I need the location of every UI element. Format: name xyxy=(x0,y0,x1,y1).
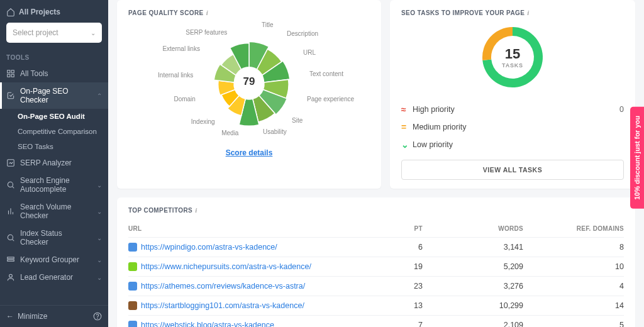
sidebar-item-search-volume-checker[interactable]: Search Volume Checker⌄ xyxy=(0,198,108,224)
competitor-pt: 7 xyxy=(372,321,423,327)
minimize-button[interactable]: ← Minimize xyxy=(6,312,47,321)
view-all-tasks-button[interactable]: VIEW ALL TASKS xyxy=(401,160,624,180)
svg-point-9 xyxy=(9,274,13,277)
priority-row: ⌄Low priority xyxy=(401,136,624,153)
sidebar: All Projects Select project ⌄ TOOLS All … xyxy=(0,0,108,327)
sidebar-item-lead-generator[interactable]: Lead Generator⌄ xyxy=(0,269,108,286)
lead-icon xyxy=(6,273,15,282)
grid-icon xyxy=(6,69,15,78)
competitor-ref: 10 xyxy=(523,262,624,271)
radial-label: Title xyxy=(262,21,274,28)
priority-row: =Medium priority xyxy=(401,118,624,136)
radial-label: Indexing xyxy=(191,118,215,125)
favicon-icon xyxy=(128,301,137,310)
competitor-url-text: https://www.nichepursuits.com/astra-vs-k… xyxy=(141,262,311,271)
sidebar-item-on-page-seo-checker[interactable]: On-Page SEO Checker⌃ xyxy=(0,82,108,109)
tools-heading: TOOLS xyxy=(0,43,108,65)
analyzer-icon xyxy=(6,158,15,167)
info-icon[interactable]: i xyxy=(195,206,197,214)
sidebar-subitem[interactable]: SEO Tasks xyxy=(0,139,108,154)
competitor-words: 10,299 xyxy=(423,301,523,310)
priority-label: High priority xyxy=(413,105,619,114)
radial-label: Description xyxy=(287,30,318,37)
sidebar-item-label: Keyword Grouper xyxy=(20,255,92,264)
tasks-total: 15 xyxy=(502,46,523,62)
competitor-url-link[interactable]: https://wpindigo.com/astra-vs-kadence/ xyxy=(128,243,372,252)
score-details-link[interactable]: Score details xyxy=(226,148,273,157)
radial-label: Text content xyxy=(309,70,343,77)
sidebar-item-serp-analyzer[interactable]: SERP Analyzer xyxy=(0,154,108,172)
all-projects-link[interactable]: All Projects xyxy=(6,6,102,23)
radial-label: SERP features xyxy=(186,29,227,36)
tasks-donut-chart: 15 TASKS xyxy=(478,23,547,92)
sidebar-item-search-engine-autocomplete[interactable]: Search Engine Autocomplete⌄ xyxy=(0,172,108,198)
competitor-ref: 4 xyxy=(523,282,624,291)
competitor-url-text: https://athemes.com/reviews/kadence-vs-a… xyxy=(141,282,305,291)
priority-icon: ⌄ xyxy=(401,140,413,150)
sidebar-item-label: On-Page SEO Checker xyxy=(20,87,92,104)
svg-rect-8 xyxy=(8,260,14,261)
competitor-ref: 5 xyxy=(523,321,624,327)
priority-icon: = xyxy=(401,122,413,132)
competitor-words: 5,209 xyxy=(423,262,523,271)
radial-label: Usability xyxy=(263,128,287,135)
main-content: PAGE QUALITY SCORE i 79 TitleDescription… xyxy=(108,0,644,327)
home-icon xyxy=(6,8,15,16)
quality-title: PAGE QUALITY SCORE xyxy=(128,9,204,16)
competitor-pt: 13 xyxy=(372,301,423,310)
chevron-down-icon: ⌄ xyxy=(91,30,96,36)
sidebar-subitem[interactable]: Competitive Comparison xyxy=(0,124,108,139)
competitor-url-link[interactable]: https://webstick.blog/astra-vs-kadence xyxy=(128,321,372,327)
arrow-left-icon: ← xyxy=(6,312,14,321)
competitor-words: 3,276 xyxy=(423,282,523,291)
discount-tab[interactable]: 10% discount just for you xyxy=(630,107,644,209)
sidebar-subitem[interactable]: On-Page SEO Audit xyxy=(0,109,108,124)
sidebar-item-index-status-checker[interactable]: Index Status Checker⌄ xyxy=(0,224,108,251)
checklist-icon xyxy=(6,91,15,100)
radial-chart: 79 TitleDescriptionURLText contentPage e… xyxy=(174,19,325,145)
competitor-pt: 23 xyxy=(372,282,423,291)
col-url: URL xyxy=(128,225,372,232)
seo-tasks-card: SEO TASKS TO IMPROVE YOUR PAGE i 15 TASK… xyxy=(390,0,635,189)
radial-label: Media xyxy=(221,130,238,136)
sidebar-item-all-tools[interactable]: All Tools xyxy=(0,65,108,82)
project-select-placeholder: Select project xyxy=(13,28,58,37)
info-icon[interactable]: i xyxy=(206,9,208,16)
info-icon[interactable]: i xyxy=(527,9,529,16)
sidebar-item-label: Search Engine Autocomplete xyxy=(20,176,92,194)
sidebar-item-label: All Tools xyxy=(20,69,102,78)
chevron-down-icon: ⌄ xyxy=(97,235,102,241)
chevron-down-icon: ⌄ xyxy=(97,208,102,215)
sidebar-item-keyword-grouper[interactable]: Keyword Grouper⌄ xyxy=(0,251,108,269)
chevron-down-icon: ⌄ xyxy=(97,182,102,189)
table-row: https://webstick.blog/astra-vs-kadence72… xyxy=(128,315,624,327)
chevron-up-icon: ⌃ xyxy=(97,92,102,99)
col-words: WORDS xyxy=(423,225,523,232)
favicon-icon xyxy=(128,321,137,327)
competitor-ref: 8 xyxy=(523,243,624,252)
svg-rect-0 xyxy=(8,70,10,73)
competitor-url-link[interactable]: https://startblogging101.com/astra-vs-ka… xyxy=(128,301,372,310)
col-ref: REF. DOMAINS xyxy=(523,225,624,232)
help-icon[interactable] xyxy=(93,312,102,321)
project-select[interactable]: Select project ⌄ xyxy=(6,23,102,43)
group-icon xyxy=(6,255,15,264)
competitor-url-link[interactable]: https://www.nichepursuits.com/astra-vs-k… xyxy=(128,262,372,271)
competitor-pt: 19 xyxy=(372,262,423,271)
svg-rect-3 xyxy=(11,74,14,77)
svg-point-5 xyxy=(8,182,13,187)
competitor-words: 3,141 xyxy=(423,243,523,252)
radial-label: Internal links xyxy=(158,72,193,79)
competitor-pt: 6 xyxy=(372,243,423,252)
competitor-url-link[interactable]: https://athemes.com/reviews/kadence-vs-a… xyxy=(128,282,372,291)
table-row: https://startblogging101.com/astra-vs-ka… xyxy=(128,296,624,315)
table-row: https://athemes.com/reviews/kadence-vs-a… xyxy=(128,276,624,296)
svg-point-11 xyxy=(97,318,98,319)
sidebar-item-label: Search Volume Checker xyxy=(20,202,92,220)
sidebar-item-label: Lead Generator xyxy=(20,273,92,282)
radial-label: External links xyxy=(162,45,199,52)
priority-label: Low priority xyxy=(413,140,624,149)
tasks-title: SEO TASKS TO IMPROVE YOUR PAGE xyxy=(401,9,525,16)
priority-count: 0 xyxy=(619,105,624,114)
competitors-title: TOP COMPETITORS xyxy=(128,207,192,214)
